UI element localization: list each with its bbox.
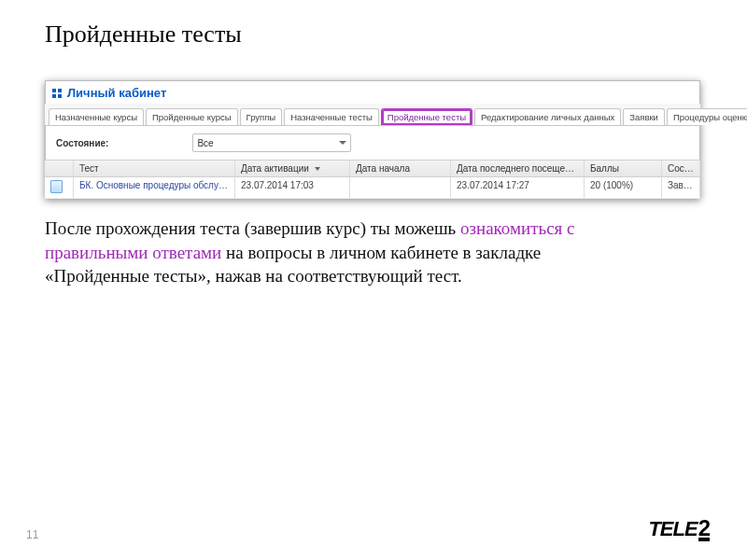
row-last-visit: 23.07.2014 17:27 (451, 177, 585, 198)
logo-suffix: 2 (698, 519, 710, 541)
filter-state-select[interactable]: Все (192, 133, 351, 152)
tab-completed-courses[interactable]: Пройденные курсы (146, 108, 238, 125)
personal-cabinet-title: Личный кабинет (67, 86, 166, 100)
tabs-row: Назначенные курсы Пройденные курсы Групп… (45, 104, 700, 126)
personal-cabinet-header: Личный кабинет (45, 80, 700, 104)
col-start[interactable]: Дата начала (350, 161, 451, 176)
body-part1: После прохождения теста (завершив курс) … (45, 218, 460, 238)
row-state: Завершен (662, 177, 700, 198)
row-activation: 23.07.2014 17:03 (235, 177, 350, 198)
tab-edit-personal-data[interactable]: Редактирование личных данных (474, 108, 621, 125)
table-row[interactable]: БК. Основные процедуры обслужи… 23.07.20… (45, 177, 700, 199)
col-activation-label: Дата активации (241, 163, 309, 174)
document-icon (50, 180, 63, 193)
tab-groups[interactable]: Группы (240, 108, 283, 125)
col-test[interactable]: Тест (74, 161, 235, 176)
row-doc-icon-cell (45, 177, 74, 198)
col-last-visit[interactable]: Дата последнего посещения (451, 161, 585, 176)
col-icon (45, 161, 74, 176)
filter-row: Состояние: Все (45, 126, 700, 160)
logo-text: TELE (648, 517, 697, 541)
app-screenshot: Личный кабинет Назначенные курсы Пройден… (45, 80, 700, 199)
col-activation[interactable]: Дата активации (235, 161, 350, 176)
filter-state-label: Состояние: (56, 138, 108, 148)
col-score[interactable]: Баллы (585, 161, 662, 176)
sort-desc-icon (315, 167, 320, 171)
chevron-down-icon (339, 141, 346, 145)
grid-icon (52, 89, 62, 98)
body-paragraph: После прохождения теста (завершив курс) … (45, 217, 642, 288)
tab-completed-tests[interactable]: Пройденные тесты (381, 108, 472, 125)
row-start (350, 177, 451, 198)
tele2-logo: TELE2 (648, 517, 710, 541)
page-number: 11 (26, 528, 38, 541)
col-state[interactable]: Состояние (662, 161, 700, 176)
row-test-name[interactable]: БК. Основные процедуры обслужи… (74, 177, 235, 198)
tab-requests[interactable]: Заявки (623, 108, 665, 125)
table-header: Тест Дата активации Дата начала Дата пос… (45, 160, 700, 177)
slide-title: Пройденные тесты (45, 21, 242, 49)
tab-assessment-procedures[interactable]: Процедуры оценки (667, 108, 747, 125)
tab-assigned-tests[interactable]: Назначенные тесты (284, 108, 379, 125)
row-score: 20 (100%) (585, 177, 662, 198)
filter-state-value: Все (197, 138, 213, 148)
tab-assigned-courses[interactable]: Назначенные курсы (49, 108, 144, 125)
